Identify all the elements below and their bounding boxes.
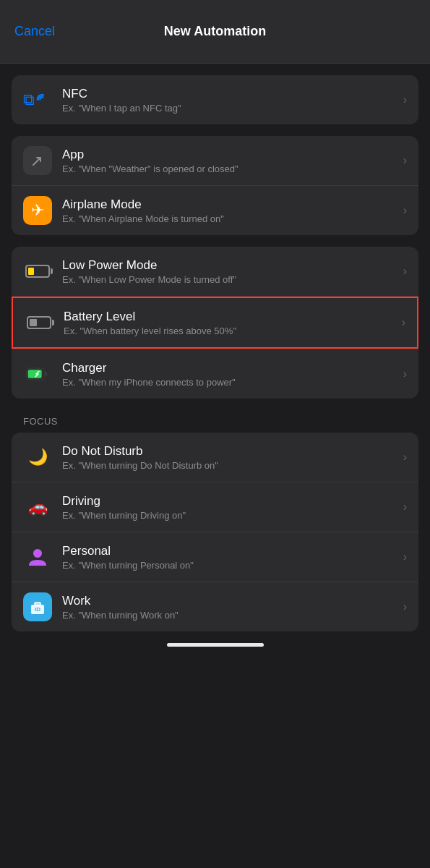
list-item-personal[interactable]: Personal Ex. "When turning Personal on" …: [12, 532, 418, 582]
battery-level-title: Battery Level: [64, 310, 396, 324]
charger-text: Charger Ex. "When my iPhone connects to …: [62, 361, 397, 388]
driving-title: Driving: [62, 494, 397, 509]
nfc-icon: ⧉︎: [23, 90, 35, 109]
charger-icon: [24, 360, 51, 388]
work-chevron: ›: [403, 600, 407, 613]
personal-subtitle: Ex. "When turning Personal on": [62, 560, 397, 571]
work-title: Work: [62, 594, 397, 608]
battery-level-chevron: ›: [402, 316, 405, 329]
list-item-do-not-disturb[interactable]: 🌙 Do Not Disturb Ex. "When turning Do No…: [12, 433, 418, 482]
personal-chevron: ›: [403, 550, 407, 563]
focus-section-label: FOCUS: [12, 410, 418, 433]
svg-rect-7: [35, 603, 40, 605]
page-title: New Automation: [164, 24, 266, 39]
list-item-low-power-mode[interactable]: Low Power Mode Ex. "When Low Power Mode …: [12, 247, 418, 297]
nfc-text: NFC Ex. "When I tap an NFC tag": [62, 87, 397, 114]
airplane-text: Airplane Mode Ex. "When Airplane Mode is…: [62, 197, 397, 224]
list-item-nfc[interactable]: ⧉︎ NFC Ex. "When I tap an NFC tag" ›: [12, 75, 418, 124]
battery-level-subtitle: Ex. "When battery level rises above 50%": [64, 326, 396, 336]
airplane-icon-wrapper: ✈: [23, 196, 52, 225]
svg-rect-2: [45, 372, 48, 376]
app-icon-wrapper: [23, 146, 52, 175]
battery-level-icon-wrapper: [25, 308, 53, 337]
app-icon: [25, 148, 50, 173]
low-power-icon-wrapper: [23, 257, 52, 286]
do-not-disturb-text: Do Not Disturb Ex. "When turning Do Not …: [62, 444, 397, 471]
device-section: App Ex. "When "Weather" is opened or clo…: [12, 136, 418, 235]
moon-icon: 🌙: [28, 448, 48, 467]
driving-subtitle: Ex. "When turning Driving on": [62, 510, 397, 521]
work-icon-wrapper: ID: [23, 592, 52, 621]
driving-icon-wrapper: 🚗: [23, 493, 52, 522]
low-power-battery-icon: [25, 265, 50, 278]
external-link-icon: [31, 154, 44, 167]
list-item-charger[interactable]: Charger Ex. "When my iPhone connects to …: [12, 349, 418, 399]
nfc-subtitle: Ex. "When I tap an NFC tag": [62, 103, 397, 114]
list-item-app[interactable]: App Ex. "When "Weather" is opened or clo…: [12, 136, 418, 186]
do-not-disturb-chevron: ›: [403, 451, 407, 464]
nfc-chevron: ›: [403, 93, 407, 106]
airplane-chevron: ›: [403, 204, 407, 217]
driving-chevron: ›: [403, 501, 407, 514]
nfc-icon-wrapper: ⧉︎: [23, 85, 52, 114]
work-text: Work Ex. "When turning Work on": [62, 594, 397, 621]
connectivity-section: ⧉︎ NFC Ex. "When I tap an NFC tag" ›: [12, 75, 418, 124]
work-icon: ID: [28, 597, 47, 616]
personal-icon-wrapper: [23, 542, 52, 571]
do-not-disturb-icon-wrapper: 🌙: [23, 443, 52, 472]
person-icon: [25, 544, 51, 570]
work-subtitle: Ex. "When turning Work on": [62, 610, 397, 621]
app-chevron: ›: [403, 154, 407, 167]
low-power-subtitle: Ex. "When Low Power Mode is turned off": [62, 274, 397, 285]
navigation-header: Cancel New Automation: [0, 0, 430, 64]
home-indicator: [167, 643, 264, 647]
svg-text:ID: ID: [35, 606, 40, 613]
charger-chevron: ›: [403, 367, 407, 380]
focus-section: 🌙 Do Not Disturb Ex. "When turning Do No…: [12, 433, 418, 631]
battery-level-text: Battery Level Ex. "When battery level ri…: [64, 310, 396, 336]
app-text: App Ex. "When "Weather" is opened or clo…: [62, 148, 397, 174]
nfc-title: NFC: [62, 87, 397, 101]
airplane-title: Airplane Mode: [62, 197, 397, 212]
low-power-chevron: ›: [403, 265, 407, 278]
svg-point-4: [33, 549, 42, 558]
low-power-text: Low Power Mode Ex. "When Low Power Mode …: [62, 258, 397, 285]
driving-text: Driving Ex. "When turning Driving on": [62, 494, 397, 521]
personal-title: Personal: [62, 544, 397, 558]
list-item-battery-level[interactable]: Battery Level Ex. "When battery level ri…: [12, 297, 418, 349]
power-section: Low Power Mode Ex. "When Low Power Mode …: [12, 247, 418, 399]
battery-level-icon: [27, 316, 51, 329]
personal-text: Personal Ex. "When turning Personal on": [62, 544, 397, 571]
app-subtitle: Ex. "When "Weather" is opened or closed": [62, 163, 397, 174]
app-title: App: [62, 148, 397, 162]
charger-icon-wrapper: [23, 359, 52, 388]
low-power-title: Low Power Mode: [62, 258, 397, 273]
charger-title: Charger: [62, 361, 397, 375]
list-item-airplane-mode[interactable]: ✈ Airplane Mode Ex. "When Airplane Mode …: [12, 186, 418, 235]
list-item-driving[interactable]: 🚗 Driving Ex. "When turning Driving on" …: [12, 482, 418, 532]
car-icon: 🚗: [28, 498, 48, 516]
do-not-disturb-title: Do Not Disturb: [62, 444, 397, 459]
content-area: ⧉︎ NFC Ex. "When I tap an NFC tag" ›: [0, 64, 430, 631]
svg-rect-3: [28, 370, 42, 378]
airplane-subtitle: Ex. "When Airplane Mode is turned on": [62, 213, 397, 224]
charger-subtitle: Ex. "When my iPhone connects to power": [62, 377, 397, 388]
list-item-work[interactable]: ID Work Ex. "When turning Work on" ›: [12, 582, 418, 631]
nfc-icon: [35, 87, 52, 113]
airplane-icon: ✈: [31, 201, 44, 220]
do-not-disturb-subtitle: Ex. "When turning Do Not Disturb on": [62, 460, 397, 471]
cancel-button[interactable]: Cancel: [14, 24, 55, 39]
